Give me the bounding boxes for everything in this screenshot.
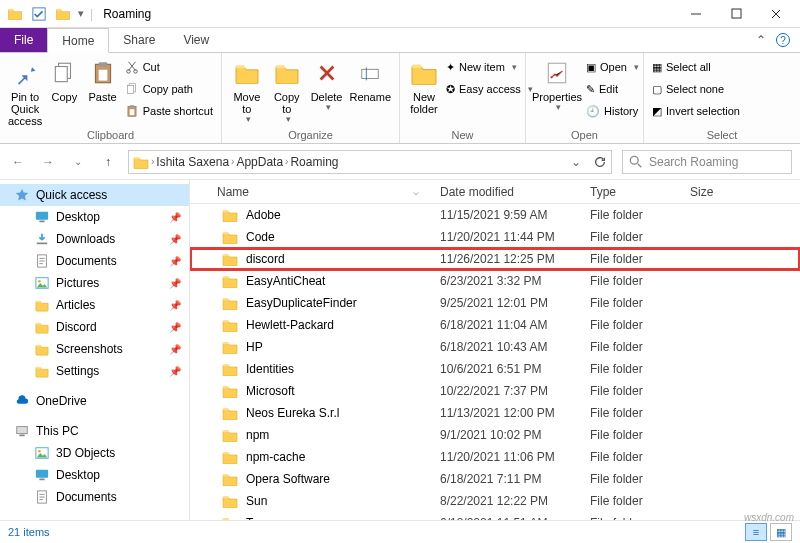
nav-item[interactable]: Screenshots 📌 [0, 338, 189, 360]
file-type: File folder [580, 450, 680, 464]
paste-shortcut-button[interactable]: Paste shortcut [125, 101, 213, 121]
tab-home[interactable]: Home [47, 28, 109, 53]
file-date: 11/13/2021 12:00 PM [430, 406, 580, 420]
nav-item[interactable]: Desktop [0, 464, 189, 486]
file-row[interactable]: Sun 8/22/2021 12:22 PM File folder [190, 490, 800, 512]
edit-button[interactable]: ✎ Edit [586, 79, 639, 99]
easy-access-button[interactable]: ✪ Easy access [446, 79, 533, 99]
file-type: File folder [580, 208, 680, 222]
folder-icon [222, 362, 238, 376]
file-date: 11/15/2021 9:59 AM [430, 208, 580, 222]
file-row[interactable]: discord 11/26/2021 12:25 PM File folder [190, 248, 800, 270]
folder-icon [222, 406, 238, 420]
file-row[interactable]: Code 11/20/2021 11:44 PM File folder [190, 226, 800, 248]
window-title: Roaming [103, 7, 151, 21]
close-button[interactable] [756, 0, 796, 28]
move-to-button[interactable]: Move to [230, 57, 264, 125]
tab-view[interactable]: View [169, 28, 223, 52]
file-row[interactable]: Identities 10/6/2021 6:51 PM File folder [190, 358, 800, 380]
ribbon-tabs: File Home Share View ⌃ ? [0, 28, 800, 52]
folder-icon [133, 155, 149, 169]
file-row[interactable]: Neos Eureka S.r.l 11/13/2021 12:00 PM Fi… [190, 402, 800, 424]
file-row[interactable]: Hewlett-Packard 6/18/2021 11:04 AM File … [190, 314, 800, 336]
rename-button[interactable]: Rename [349, 57, 391, 103]
invert-selection-button[interactable]: ◩ Invert selection [652, 101, 740, 121]
copy-path-button[interactable]: Copy path [125, 79, 213, 99]
file-type: File folder [580, 274, 680, 288]
new-folder-button[interactable]: New folder [408, 57, 440, 115]
up-button[interactable]: ↑ [98, 152, 118, 172]
qat-properties[interactable] [30, 5, 48, 23]
search-icon [629, 155, 643, 169]
ribbon-collapse-icon[interactable]: ⌃ [756, 33, 766, 47]
search-placeholder: Search Roaming [649, 155, 738, 169]
nav-item[interactable]: Downloads 📌 [0, 228, 189, 250]
folder-icon [222, 274, 238, 288]
nav-item[interactable]: Discord 📌 [0, 316, 189, 338]
tab-file[interactable]: File [0, 28, 47, 52]
file-row[interactable]: Adobe 11/15/2021 9:59 AM File folder [190, 204, 800, 226]
search-box[interactable]: Search Roaming [622, 150, 792, 174]
pin-quick-access-button[interactable]: Pin to Quick access [8, 57, 42, 127]
open-button[interactable]: ▣ Open [586, 57, 639, 77]
file-row[interactable]: npm 9/1/2021 10:02 PM File folder [190, 424, 800, 446]
folder-icon [222, 450, 238, 464]
address-dropdown[interactable]: ⌄ [571, 155, 581, 169]
select-all-button[interactable]: ▦ Select all [652, 57, 740, 77]
nav-item-label: Desktop [56, 468, 100, 482]
file-date: 11/20/2021 11:06 PM [430, 450, 580, 464]
nav-item[interactable]: Desktop 📌 [0, 206, 189, 228]
cut-button[interactable]: Cut [125, 57, 213, 77]
back-button[interactable]: ← [8, 152, 28, 172]
copy-to-button[interactable]: Copy to [270, 57, 304, 125]
refresh-button[interactable] [593, 155, 607, 169]
maximize-button[interactable] [716, 0, 756, 28]
delete-button[interactable]: Delete [310, 57, 344, 113]
view-details-button[interactable]: ≡ [745, 523, 767, 541]
column-type[interactable]: Type [580, 180, 680, 203]
address-bar[interactable]: › Ishita Saxena› AppData› Roaming ⌄ [128, 150, 612, 174]
history-button[interactable]: 🕘 History [586, 101, 639, 121]
navigation-pane: Quick access Desktop 📌 Downloads 📌 Docum… [0, 180, 190, 520]
nav-onedrive[interactable]: OneDrive [0, 390, 189, 412]
file-row[interactable]: Microsoft 10/22/2021 7:37 PM File folder [190, 380, 800, 402]
copy-button[interactable]: Copy [48, 57, 80, 103]
tab-share[interactable]: Share [109, 28, 169, 52]
minimize-button[interactable] [676, 0, 716, 28]
column-size[interactable]: Size [680, 180, 760, 203]
file-type: File folder [580, 384, 680, 398]
nav-item-label: Documents [56, 254, 117, 268]
nav-item[interactable]: 3D Objects [0, 442, 189, 464]
breadcrumb: AppData› [236, 155, 288, 169]
folder-icon [6, 5, 24, 23]
new-item-button[interactable]: ✦ New item [446, 57, 533, 77]
file-row[interactable]: Opera Software 6/18/2021 7:11 PM File fo… [190, 468, 800, 490]
file-row[interactable]: HP 6/18/2021 10:43 AM File folder [190, 336, 800, 358]
file-date: 10/22/2021 7:37 PM [430, 384, 580, 398]
title-bar: ▾ | Roaming [0, 0, 800, 28]
group-organize-label: Organize [222, 129, 399, 143]
file-row[interactable]: EasyDuplicateFinder 9/25/2021 12:01 PM F… [190, 292, 800, 314]
view-icons-button[interactable]: ▦ [770, 523, 792, 541]
dl-icon [34, 231, 50, 247]
file-row[interactable]: npm-cache 11/20/2021 11:06 PM File folde… [190, 446, 800, 468]
file-row[interactable]: EasyAntiCheat 6/23/2021 3:32 PM File fol… [190, 270, 800, 292]
nav-item[interactable]: Articles 📌 [0, 294, 189, 316]
paste-button[interactable]: Paste [86, 57, 118, 103]
nav-this-pc[interactable]: This PC [0, 420, 189, 442]
nav-item[interactable]: Settings 📌 [0, 360, 189, 382]
nav-item[interactable]: Pictures 📌 [0, 272, 189, 294]
file-row[interactable]: Teams 6/18/2021 11:51 AM File folder [190, 512, 800, 520]
column-date[interactable]: Date modified [430, 180, 580, 203]
properties-button[interactable]: Properties [534, 57, 580, 113]
column-name[interactable]: ▢Name⌵ [190, 180, 430, 203]
forward-button[interactable]: → [38, 152, 58, 172]
recent-dropdown[interactable]: ⌄ [68, 152, 88, 172]
select-none-button[interactable]: ▢ Select none [652, 79, 740, 99]
help-icon[interactable]: ? [776, 33, 790, 47]
nav-item[interactable]: Documents [0, 486, 189, 508]
qat-overflow[interactable]: ▾ [78, 7, 84, 20]
nav-quick-access[interactable]: Quick access [0, 184, 189, 206]
item-count: 21 items [8, 526, 50, 538]
nav-item[interactable]: Documents 📌 [0, 250, 189, 272]
